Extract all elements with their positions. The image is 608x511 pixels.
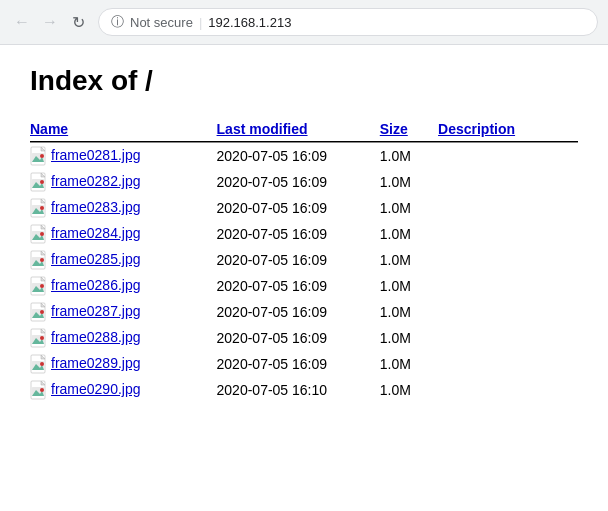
table-row: frame0284.jpg 2020-07-05 16:091.0M [30,221,578,247]
file-description [438,377,578,403]
file-date: 2020-07-05 16:09 [217,325,380,351]
file-size: 1.0M [380,299,438,325]
table-row: frame0286.jpg 2020-07-05 16:091.0M [30,273,578,299]
file-link[interactable]: frame0290.jpg [51,381,141,397]
file-icon [30,276,48,296]
file-icon [30,172,48,192]
file-size: 1.0M [380,169,438,195]
file-size: 1.0M [380,325,438,351]
col-header-description[interactable]: Description [438,117,578,142]
table-row: frame0282.jpg 2020-07-05 16:091.0M [30,169,578,195]
file-name-cell: frame0289.jpg [30,351,217,377]
file-table: Name Last modified Size Description [30,117,578,403]
table-header: Name Last modified Size Description [30,117,578,142]
col-header-modified[interactable]: Last modified [217,117,380,142]
table-row: frame0285.jpg 2020-07-05 16:091.0M [30,247,578,273]
svg-point-24 [40,258,44,262]
file-name-cell: frame0285.jpg [30,247,217,273]
file-name-cell: frame0288.jpg [30,325,217,351]
file-date: 2020-07-05 16:09 [217,351,380,377]
page-content: Index of / Name Last modified Size Descr… [0,45,608,423]
file-name-cell: frame0282.jpg [30,169,217,195]
file-size: 1.0M [380,143,438,169]
file-date: 2020-07-05 16:09 [217,195,380,221]
file-icon [30,380,48,400]
svg-point-9 [40,180,44,184]
table-row: frame0290.jpg 2020-07-05 16:101.0M [30,377,578,403]
file-date: 2020-07-05 16:09 [217,221,380,247]
table-row: frame0287.jpg 2020-07-05 16:091.0M [30,299,578,325]
svg-point-14 [40,206,44,210]
url-text: 192.168.1.213 [208,15,291,30]
address-bar[interactable]: ⓘ Not secure | 192.168.1.213 [98,8,598,36]
file-link[interactable]: frame0284.jpg [51,225,141,241]
file-date: 2020-07-05 16:10 [217,377,380,403]
file-size: 1.0M [380,247,438,273]
browser-chrome: ← → ↻ ⓘ Not secure | 192.168.1.213 [0,0,608,45]
file-description [438,221,578,247]
file-icon [30,302,48,322]
file-date: 2020-07-05 16:09 [217,299,380,325]
file-link[interactable]: frame0286.jpg [51,277,141,293]
svg-point-19 [40,232,44,236]
file-description [438,195,578,221]
svg-point-29 [40,284,44,288]
file-date: 2020-07-05 16:09 [217,247,380,273]
not-secure-label: Not secure [130,15,193,30]
url-separator: | [199,15,202,30]
file-size: 1.0M [380,351,438,377]
file-description [438,143,578,169]
col-header-size[interactable]: Size [380,117,438,142]
back-button[interactable]: ← [10,10,34,34]
file-link[interactable]: frame0282.jpg [51,173,141,189]
table-row: frame0289.jpg 2020-07-05 16:091.0M [30,351,578,377]
file-link[interactable]: frame0285.jpg [51,251,141,267]
file-icon [30,224,48,244]
file-icon [30,354,48,374]
file-date: 2020-07-05 16:09 [217,273,380,299]
file-description [438,169,578,195]
file-link[interactable]: frame0287.jpg [51,303,141,319]
reload-button[interactable]: ↻ [66,10,90,34]
file-name-cell: frame0286.jpg [30,273,217,299]
table-row: frame0283.jpg 2020-07-05 16:091.0M [30,195,578,221]
file-description [438,273,578,299]
table-row: frame0281.jpg 2020-07-05 16:091.0M [30,143,578,169]
file-icon [30,328,48,348]
svg-point-39 [40,336,44,340]
col-header-name[interactable]: Name [30,117,217,142]
file-link[interactable]: frame0289.jpg [51,355,141,371]
nav-buttons: ← → ↻ [10,10,90,34]
file-size: 1.0M [380,377,438,403]
svg-point-44 [40,362,44,366]
file-description [438,299,578,325]
page-title: Index of / [30,65,578,97]
file-size: 1.0M [380,195,438,221]
file-link[interactable]: frame0281.jpg [51,147,141,163]
svg-point-4 [40,154,44,158]
file-name-cell: frame0283.jpg [30,195,217,221]
svg-point-49 [40,388,44,392]
file-name-cell: frame0284.jpg [30,221,217,247]
file-date: 2020-07-05 16:09 [217,143,380,169]
svg-point-34 [40,310,44,314]
forward-button[interactable]: → [38,10,62,34]
file-name-cell: frame0287.jpg [30,299,217,325]
file-link[interactable]: frame0288.jpg [51,329,141,345]
file-description [438,325,578,351]
file-size: 1.0M [380,221,438,247]
file-link[interactable]: frame0283.jpg [51,199,141,215]
file-icon [30,198,48,218]
file-icon [30,250,48,270]
file-description [438,351,578,377]
table-row: frame0288.jpg 2020-07-05 16:091.0M [30,325,578,351]
file-name-cell: frame0290.jpg [30,377,217,403]
file-description [438,247,578,273]
file-icon [30,146,48,166]
file-date: 2020-07-05 16:09 [217,169,380,195]
file-name-cell: frame0281.jpg [30,143,217,169]
lock-icon: ⓘ [111,13,124,31]
file-size: 1.0M [380,273,438,299]
